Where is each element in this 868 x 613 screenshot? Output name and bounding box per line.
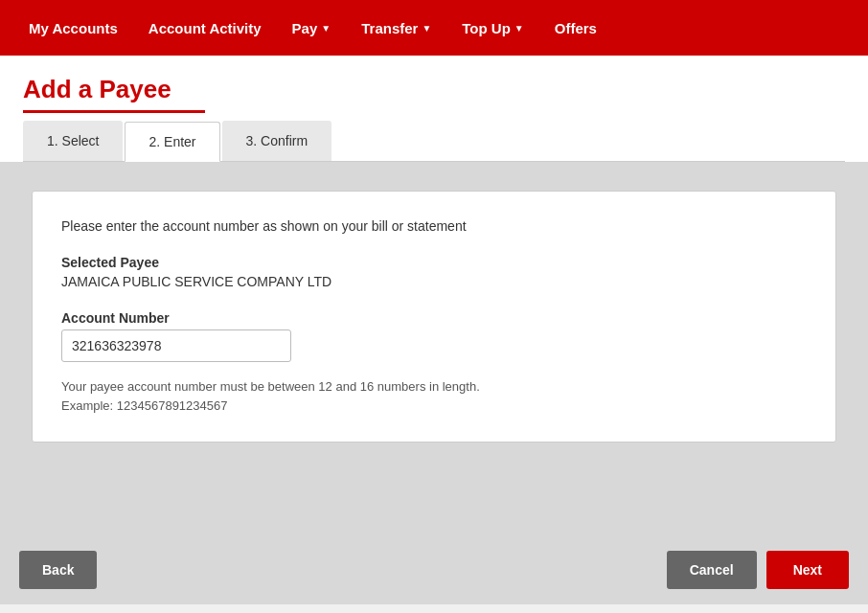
hint-text: Your payee account number must be betwee…	[61, 377, 807, 415]
tabs-container: 1. Select 2. Enter 3. Confirm	[23, 113, 845, 162]
tab-enter[interactable]: 2. Enter	[125, 122, 219, 162]
transfer-dropdown-arrow: ▼	[422, 23, 431, 34]
selected-payee-label: Selected Payee	[61, 255, 807, 270]
card: Please enter the account number as shown…	[32, 191, 836, 443]
nav-my-accounts[interactable]: My Accounts	[15, 12, 131, 44]
nav-pay[interactable]: Pay ▼	[279, 12, 345, 44]
page-title: Add a Payee	[23, 75, 845, 104]
main-area: Please enter the account number as shown…	[0, 162, 868, 535]
account-number-input[interactable]	[61, 329, 291, 362]
footer-bar: Back Cancel Next	[0, 535, 868, 604]
back-button[interactable]: Back	[19, 551, 97, 589]
main-nav: My Accounts Account Activity Pay ▼ Trans…	[0, 0, 868, 56]
nav-top-up[interactable]: Top Up ▼	[448, 12, 537, 44]
cancel-button[interactable]: Cancel	[667, 551, 757, 589]
instruction-text: Please enter the account number as shown…	[61, 218, 807, 234]
next-button[interactable]: Next	[766, 551, 849, 589]
pay-dropdown-arrow: ▼	[321, 23, 331, 34]
tab-select[interactable]: 1. Select	[23, 121, 123, 161]
page-content: Add a Payee 1. Select 2. Enter 3. Confir…	[0, 56, 868, 162]
nav-account-activity[interactable]: Account Activity	[135, 12, 275, 44]
nav-offers[interactable]: Offers	[541, 12, 610, 44]
selected-payee-value: JAMAICA PUBLIC SERVICE COMPANY LTD	[61, 274, 807, 289]
nav-transfer[interactable]: Transfer ▼	[348, 12, 445, 44]
right-buttons: Cancel Next	[667, 551, 849, 589]
topup-dropdown-arrow: ▼	[514, 23, 524, 34]
tab-confirm[interactable]: 3. Confirm	[222, 121, 332, 161]
account-number-label: Account Number	[61, 310, 807, 326]
